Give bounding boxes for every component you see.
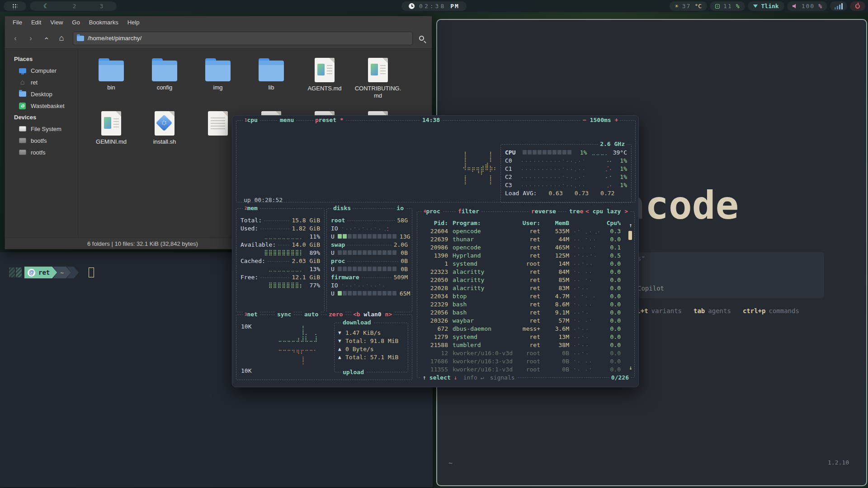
- proc-pid: 22604: [419, 228, 448, 235]
- proc-mem: 535M: [540, 228, 569, 235]
- search-button[interactable]: [415, 32, 428, 45]
- hint-label: agents: [708, 307, 731, 314]
- home-button[interactable]: ⌂: [55, 32, 68, 45]
- menu-help[interactable]: Help: [123, 18, 144, 27]
- sidebar-item-bootfs[interactable]: bootfs: [5, 135, 78, 146]
- sidebar-item-desktop[interactable]: Desktop: [5, 88, 78, 100]
- menu-edit[interactable]: Edit: [27, 18, 45, 27]
- sidebar-item-rootfs[interactable]: rootfs: [5, 146, 78, 158]
- path-folder-icon: [77, 36, 84, 41]
- proc-row[interactable]: 22323alacrittyret84M⠂⠄ ⠄⠄0.0: [419, 267, 628, 276]
- back-button[interactable]: ‹: [9, 32, 22, 45]
- file-GEMINI.md[interactable]: GEMINI.md: [85, 108, 138, 162]
- proc-user: ret: [515, 236, 540, 243]
- upload-graph: ⠉⠉⠉⠙⠻⠏⠉⠉⠁ ⢸ ⠈: [278, 349, 318, 370]
- proc-row[interactable]: 17686kworker/u16:3-v3droot0B⠂⠄ ⠄⠄0.0: [419, 357, 628, 365]
- menu-view[interactable]: View: [46, 18, 67, 27]
- mem-box-title[interactable]: 2mem: [243, 204, 259, 212]
- proc-row[interactable]: 22056bashret9.1M⠄⠄⠂⠄0.0: [419, 308, 628, 316]
- proc-row[interactable]: 22034btopret4.7M⠄ ⠂⠄ ⠄0.0: [419, 292, 628, 300]
- proc-row[interactable]: 22604opencoderet535M⠄⠂ ⡀⠄⢀⠄0.3: [419, 227, 628, 235]
- power-icon: [855, 4, 860, 9]
- file-lib[interactable]: lib: [245, 55, 298, 108]
- scroll-down-icon[interactable]: ↓: [629, 364, 632, 371]
- disks-box-title[interactable]: disks: [331, 204, 353, 212]
- cpu-usage-widget[interactable]: 11 %: [710, 1, 745, 11]
- net-interface-selector[interactable]: <b wlan0 n>: [351, 310, 394, 319]
- net-box-title[interactable]: 3net: [243, 310, 259, 319]
- proc-box-title[interactable]: 4proc: [422, 207, 442, 216]
- temperature-widget[interactable]: ☀ 37 °C: [670, 1, 707, 11]
- proc-row[interactable]: 22639thunarret44M⠄⠄ ⠂⠄⠄0.0: [419, 235, 628, 243]
- sidebar-item-wastebasket[interactable]: ♻Wastebasket: [5, 100, 78, 112]
- refresh-rate-control[interactable]: − 1500ms +: [581, 116, 620, 124]
- proc-row[interactable]: 1systemdroot14M⠄⠄⠂⠄⠄0.0: [419, 259, 628, 267]
- menu-go[interactable]: Go: [68, 18, 84, 27]
- file-install.sh[interactable]: install.sh: [138, 108, 191, 162]
- proc-row[interactable]: 20986opencoderet465M⠂⠄⠄ ⠄⠂0.1: [419, 243, 628, 251]
- tree-button[interactable]: tree: [567, 207, 585, 216]
- leader-line: [347, 221, 395, 221]
- net-sync-button[interactable]: sync: [275, 310, 293, 319]
- proc-row[interactable]: 11355kworker/u16:1-v3droot0B⠂⠄ ⠄⠂0.0: [419, 365, 628, 373]
- proc-row[interactable]: 22050alacrittyret85M⠄⠄ ⠂⠄0.0: [419, 276, 628, 284]
- proc-user: ret: [515, 333, 540, 340]
- sidebar-item-file-system[interactable]: File System: [5, 123, 78, 135]
- file-AGENTS.md[interactable]: AGENTS.md: [298, 55, 351, 108]
- forward-button[interactable]: ›: [24, 32, 38, 45]
- proc-row[interactable]: 21588tumblerdret38M⠄⠂⠄⠄0.0: [419, 341, 628, 349]
- net-auto-button[interactable]: auto: [302, 310, 320, 319]
- proc-row[interactable]: 22028alacrittyret83M⠄⠂⠄⠄0.0: [419, 284, 628, 292]
- moon-workspace-icon[interactable]: ☾: [43, 1, 49, 11]
- menu-bookmarks[interactable]: Bookmarks: [85, 18, 123, 27]
- sidebar-item-computer[interactable]: Computer: [5, 65, 78, 76]
- drive-icon: [19, 138, 26, 143]
- file-bin[interactable]: bin: [85, 55, 138, 108]
- proc-row[interactable]: 672dbus-daemonmess+3.6M⠄⠂⠄⠄0.0: [419, 324, 628, 333]
- proc-cpu-graph: ⠂⠄⠄ ⠄⠂: [569, 244, 602, 250]
- proc-row[interactable]: 1279systemdret13M⠄⠄⠂⠄0.0: [419, 333, 628, 341]
- menu-button[interactable]: menu: [278, 116, 296, 124]
- proc-row[interactable]: 22329bashret8.6M⠂⠄ ⠄⠄0.0: [419, 300, 628, 308]
- net-scale-bottom: 10K: [241, 367, 251, 374]
- io-mode-button[interactable]: io: [395, 204, 406, 212]
- network-widget[interactable]: Tlink: [748, 1, 784, 11]
- signal-bars-icon: [835, 3, 843, 9]
- signals-action[interactable]: signals: [490, 374, 515, 382]
- net-zero-button[interactable]: zero: [327, 310, 344, 319]
- disk-io-line: IO⠂⠄⠄⠂⠄⠂⠄⠄⠂⠄⢀⡂: [327, 224, 412, 232]
- folder-icon: [259, 61, 284, 81]
- info-action[interactable]: info: [463, 374, 477, 382]
- proc-scrollbar[interactable]: [628, 231, 632, 240]
- select-action[interactable]: select: [429, 374, 451, 382]
- file-CONTRIBUTING.md[interactable]: CONTRIBUTING.md: [351, 55, 405, 108]
- file-img[interactable]: img: [191, 55, 245, 108]
- system-monitor-widget[interactable]: [830, 1, 847, 11]
- power-button[interactable]: [850, 1, 865, 11]
- up-button[interactable]: ›: [39, 32, 53, 45]
- proc-user: root: [515, 358, 540, 365]
- sort-selector[interactable]: < cpu lazy >: [584, 207, 630, 216]
- menu-file[interactable]: File: [9, 18, 26, 27]
- btop-window[interactable]: 1cpu menu preset * 14:38 − 1500ms + ⢰ ⡆ …: [232, 115, 639, 387]
- clock-widget[interactable]: 02:38 PM: [401, 1, 467, 11]
- mem-label: Used:: [241, 225, 258, 232]
- volume-widget[interactable]: 100 %: [787, 1, 827, 11]
- workspace-2[interactable]: 2: [73, 3, 76, 9]
- proc-row[interactable]: 1390Hyprlandret125M⠄⠂⠄⠄⠂⠄0.5: [419, 251, 628, 259]
- proc-row[interactable]: 20326waybarret57M⠂⠄ ⠄⠂0.0: [419, 316, 628, 324]
- proc-pid: 22050: [419, 277, 448, 283]
- filter-button[interactable]: filter: [456, 207, 481, 216]
- terminal-cursor[interactable]: [89, 267, 94, 277]
- path-bar[interactable]: /home/ret/pimarchy/: [73, 32, 413, 45]
- file-config[interactable]: config: [138, 55, 191, 108]
- cpu-box-title[interactable]: 1cpu: [243, 116, 259, 124]
- reverse-button[interactable]: reverse: [529, 207, 558, 216]
- workspace-3[interactable]: 3: [99, 3, 103, 9]
- preset-button[interactable]: preset *: [313, 116, 345, 124]
- proc-row[interactable]: 12kworker/u16:0-v3droot0B⠄⠄⠂⠄0.0: [419, 349, 628, 357]
- download-title: download: [341, 319, 373, 327]
- meter-block: [373, 250, 377, 255]
- apps-launcher-button[interactable]: [4, 1, 26, 11]
- sidebar-item-ret[interactable]: ⌂ret: [5, 76, 78, 88]
